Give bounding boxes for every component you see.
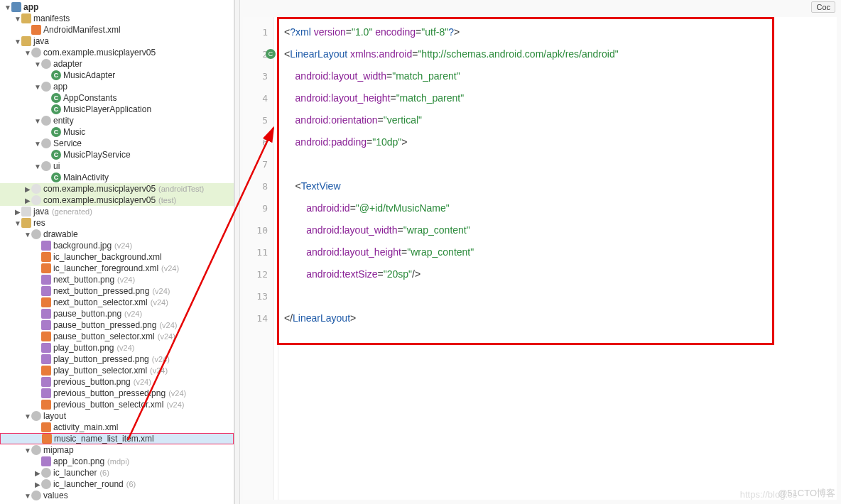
tree-item-app[interactable]: app xyxy=(0,81,234,92)
tree-item-entity[interactable]: entity xyxy=(0,115,234,126)
orange-icon xyxy=(41,252,51,262)
tree-item-ui[interactable]: ui xyxy=(0,160,234,172)
code-line[interactable] xyxy=(284,285,837,307)
tree-item-next-button-selector-xml[interactable]: next_button_selector.xml(v24) xyxy=(0,297,234,308)
tree-item-ic-launcher-foreground-xml[interactable]: ic_launcher_foreground.xml(v24) xyxy=(0,263,234,274)
tree-item-java[interactable]: java(generated) xyxy=(0,206,234,217)
tree-item-androidmanifest-xml[interactable]: AndroidManifest.xml xyxy=(0,24,234,35)
code-line[interactable]: android:layout_height="match_parent" xyxy=(284,87,837,109)
expand-arrow-icon[interactable] xyxy=(34,140,41,148)
expand-arrow-icon[interactable] xyxy=(14,219,21,227)
expand-arrow-icon[interactable] xyxy=(14,208,21,216)
tree-item-service[interactable]: Service xyxy=(0,138,234,149)
tree-item-ic-launcher-background-xml[interactable]: ic_launcher_background.xml xyxy=(0,251,234,263)
tree-item-background-jpg[interactable]: background.jpg(v24) xyxy=(0,240,234,251)
tree-item-mipmap[interactable]: mipmap xyxy=(0,444,234,456)
code-line[interactable]: android:layout_height="wrap_content" xyxy=(284,241,837,263)
tree-item-play-button-png[interactable]: play_button.png(v24) xyxy=(0,342,234,354)
tree-item-values[interactable]: values xyxy=(0,490,234,501)
tree-item-label: music_name_list_item.xml xyxy=(54,434,154,444)
project-tree[interactable]: appmanifestsAndroidManifest.xmljavacom.e… xyxy=(0,0,234,504)
tree-item-label: java xyxy=(33,207,49,217)
png-icon xyxy=(41,456,51,466)
tree-item-pause-button-pressed-png[interactable]: pause_button_pressed.png(v24) xyxy=(0,319,234,331)
tree-item-layout[interactable]: layout xyxy=(0,410,234,422)
tree-item-ic-launcher[interactable]: ic_launcher(6) xyxy=(0,467,234,478)
code-line[interactable] xyxy=(284,153,837,175)
tree-item-musicplayerapplication[interactable]: CMusicPlayerApplication xyxy=(0,104,234,115)
expand-arrow-icon[interactable] xyxy=(24,49,31,57)
tree-item-manifests[interactable]: manifests xyxy=(0,13,234,24)
tree-item-label: ic_launcher_background.xml xyxy=(53,252,162,262)
code-line[interactable]: </LinearLayout> xyxy=(284,307,837,329)
tree-item-mainactivity[interactable]: CMainActivity xyxy=(0,172,234,183)
expand-arrow-icon[interactable] xyxy=(34,117,41,125)
tree-item-app-icon-png[interactable]: app_icon.png(mdpi) xyxy=(0,456,234,467)
tree-item-previous-button-pressed-png[interactable]: previous_button_pressed.png(v24) xyxy=(0,388,234,399)
expand-arrow-icon[interactable] xyxy=(24,185,31,193)
tree-item-label: pause_button.png xyxy=(53,309,121,319)
tree-item-app[interactable]: app xyxy=(0,1,234,13)
tree-item-play-button-selector-xml[interactable]: play_button_selector.xml(v24) xyxy=(0,365,234,376)
tree-item-label: activity_main.xml xyxy=(53,422,118,432)
tree-item-previous-button-selector-xml[interactable]: previous_button_selector.xml(v24) xyxy=(0,399,234,410)
expand-arrow-icon[interactable] xyxy=(14,15,21,23)
tree-item-com-example-musicplayerv05[interactable]: com.example.musicplayerv05(androidTest) xyxy=(0,183,234,195)
png-icon xyxy=(41,309,51,319)
code-line[interactable]: <TextView xyxy=(284,175,837,197)
expand-arrow-icon[interactable] xyxy=(34,60,41,68)
tree-item-label: previous_button.png xyxy=(53,377,131,387)
expand-arrow-icon[interactable] xyxy=(34,163,41,170)
tree-item-label: java xyxy=(33,36,49,46)
tree-item-label: app xyxy=(23,2,38,12)
tree-item-musicadapter[interactable]: CMusicAdapter xyxy=(0,70,234,81)
code-editor[interactable]: 12C34567891011121314 <?xml version="1.0"… xyxy=(243,17,837,500)
tree-item-pause-button-selector-xml[interactable]: pause_button_selector.xml(v24) xyxy=(0,331,234,342)
fldr-icon xyxy=(21,13,31,23)
pkg-icon xyxy=(41,479,51,489)
fldr-g-icon xyxy=(21,207,31,217)
code-line[interactable]: android:orientation="vertical" xyxy=(284,109,837,131)
tree-item-java[interactable]: java xyxy=(0,35,234,47)
pkg-icon xyxy=(41,468,51,478)
expand-arrow-icon[interactable] xyxy=(24,492,31,500)
tree-item-next-button-png[interactable]: next_button.png(v24) xyxy=(0,274,234,285)
code-line[interactable]: android:layout_width="wrap_content" xyxy=(284,219,837,241)
tree-item-music-name-list-item-xml[interactable]: music_name_list_item.xml xyxy=(0,433,234,444)
tree-item-adapter[interactable]: adapter xyxy=(0,58,234,70)
expand-arrow-icon[interactable] xyxy=(24,447,31,454)
tree-item-next-button-pressed-png[interactable]: next_button_pressed.png(v24) xyxy=(0,285,234,297)
expand-arrow-icon[interactable] xyxy=(24,412,31,420)
code-line[interactable]: <?xml version="1.0" encoding="utf-8"?> xyxy=(284,21,837,43)
fldr-icon xyxy=(21,36,31,46)
code-line[interactable]: android:textSize="20sp"/> xyxy=(284,263,837,285)
tree-item-appconstants[interactable]: CAppConstants xyxy=(0,92,234,104)
expand-arrow-icon[interactable] xyxy=(4,4,11,11)
tree-item-musicplayservice[interactable]: CMusicPlayService xyxy=(0,149,234,160)
code-line[interactable]: android:id="@+id/tvMusicName" xyxy=(284,197,837,219)
expand-arrow-icon[interactable] xyxy=(34,481,41,488)
tree-item-com-example-musicplayerv05[interactable]: com.example.musicplayerv05(test) xyxy=(0,195,234,206)
tree-item-com-example-musicplayerv05[interactable]: com.example.musicplayerv05 xyxy=(0,47,234,58)
expand-arrow-icon[interactable] xyxy=(14,38,21,45)
tree-item-music[interactable]: CMusic xyxy=(0,126,234,138)
code-line[interactable]: <LinearLayout xmlns:android="http://sche… xyxy=(284,43,837,65)
code-line[interactable]: android:layout_width="match_parent" xyxy=(284,65,837,87)
expand-arrow-icon[interactable] xyxy=(24,231,31,239)
tree-item-res[interactable]: res xyxy=(0,217,234,229)
tree-item-activity-main-xml[interactable]: activity_main.xml xyxy=(0,422,234,433)
code-line[interactable]: android:padding="10dp"> xyxy=(284,131,837,153)
tree-item-previous-button-png[interactable]: previous_button.png(v24) xyxy=(0,376,234,388)
expand-arrow-icon[interactable] xyxy=(34,83,41,91)
code-button[interactable]: Coc xyxy=(811,1,835,13)
code-content[interactable]: <?xml version="1.0" encoding="utf-8"?><L… xyxy=(274,17,837,500)
splitter[interactable] xyxy=(234,0,240,504)
tree-item-play-button-pressed-png[interactable]: play_button_pressed.png(v24) xyxy=(0,354,234,365)
tree-item-drawable[interactable]: drawable xyxy=(0,229,234,240)
tree-item-pause-button-png[interactable]: pause_button.png(v24) xyxy=(0,308,234,319)
pkg-icon xyxy=(31,445,41,455)
expand-arrow-icon[interactable] xyxy=(34,469,41,477)
mod-icon xyxy=(11,2,21,12)
tree-item-ic-launcher-round[interactable]: ic_launcher_round(6) xyxy=(0,478,234,490)
expand-arrow-icon[interactable] xyxy=(24,197,31,204)
